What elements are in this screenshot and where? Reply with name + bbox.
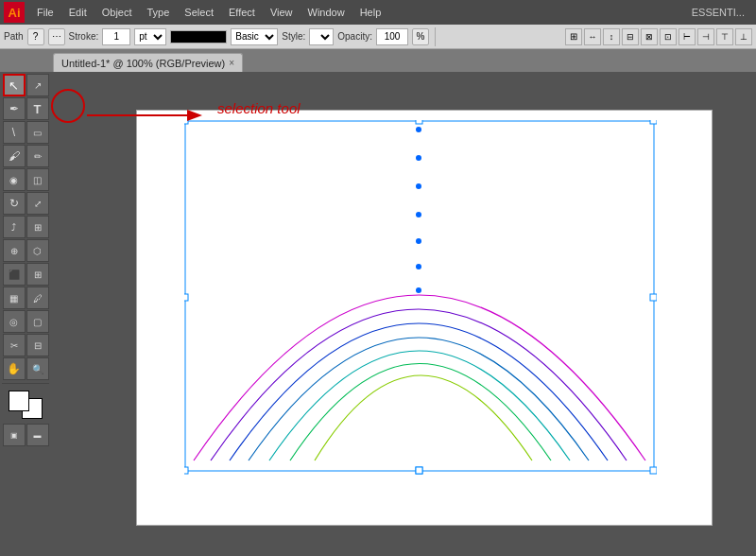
tool-row-6: ↻ ⤢ — [3, 192, 49, 215]
workspace-label: ESSENTI... — [692, 7, 752, 18]
warp-tool-button[interactable]: ⤴ — [3, 216, 26, 238]
distribute-icon-2[interactable]: ⊣ — [697, 28, 714, 45]
transform-icon-1[interactable]: ⊞ — [565, 28, 582, 45]
tool-row-9: ⬛ ⊞ — [3, 263, 49, 286]
menu-bar: Ai File Edit Object Type Select Effect V… — [0, 0, 756, 25]
slice-tool-button[interactable]: ⊟ — [26, 334, 49, 356]
svg-rect-5 — [416, 120, 422, 124]
tool-row-1: ↖ ↗ — [3, 74, 49, 96]
tool-row-fill-stroke: ▣ ▬ — [3, 424, 49, 446]
perspective-tool-button[interactable]: ⬛ — [3, 263, 26, 286]
menu-file[interactable]: File — [30, 5, 60, 20]
tool-row-11: ◎ ▢ — [3, 310, 49, 333]
zoom-tool-button[interactable]: 🔍 — [26, 357, 49, 380]
type-tool-button[interactable]: T — [26, 97, 49, 120]
menu-select[interactable]: Select — [178, 5, 220, 20]
free-transform-tool-button[interactable]: ⊞ — [26, 216, 49, 238]
menu-object[interactable]: Object — [95, 5, 139, 20]
transform-icons: ⊞ ↔ ↕ ⊟ ⊠ ⊡ ⊢ ⊣ ⊤ ⊥ — [565, 28, 752, 45]
separator — [435, 27, 436, 46]
svg-point-15 — [416, 287, 421, 293]
distribute-icon-3[interactable]: ⊤ — [716, 28, 733, 45]
selection-tool-button[interactable]: ↖ — [3, 74, 26, 96]
eyedropper-tool-button[interactable]: 🖊 — [26, 287, 49, 309]
rotate-tool-button[interactable]: ↻ — [3, 192, 26, 215]
line-tool-button[interactable]: \ — [3, 121, 26, 144]
svg-rect-2 — [650, 120, 657, 124]
menu-window[interactable]: Window — [301, 5, 352, 20]
style-select[interactable] — [309, 28, 334, 45]
help-button[interactable]: ? — [27, 28, 44, 45]
annotation-label: selection tool — [217, 100, 301, 116]
eraser-tool-button[interactable]: ◫ — [26, 168, 49, 191]
rect-tool-button[interactable]: ▭ — [26, 121, 49, 144]
svg-rect-4 — [650, 467, 657, 474]
foreground-color-swatch[interactable] — [9, 391, 29, 411]
tab-bar: Untitled-1* @ 100% (RGB/Preview) × — [0, 49, 756, 72]
menu-view[interactable]: View — [264, 5, 300, 20]
stroke-options-button[interactable]: ⋯ — [48, 28, 65, 45]
mesh-tool-button[interactable]: ⊞ — [26, 263, 49, 286]
paintbrush-tool-button[interactable]: 🖌 — [3, 145, 26, 167]
opacity-percent: % — [412, 28, 429, 45]
align-icon-2[interactable]: ⊠ — [641, 28, 658, 45]
menu-effect[interactable]: Effect — [222, 5, 262, 20]
opacity-input[interactable] — [376, 28, 408, 45]
canvas-area[interactable]: selection tool — [51, 72, 756, 556]
tab-close-button[interactable]: × — [229, 58, 234, 68]
align-icon-3[interactable]: ⊡ — [660, 28, 677, 45]
tab-title: Untitled-1* @ 100% (RGB/Preview) — [61, 58, 225, 69]
toolbox: ↖ ↗ ✒ T \ ▭ 🖌 — [0, 72, 51, 556]
svg-rect-0 — [185, 121, 654, 471]
stroke-color-preview[interactable] — [170, 30, 227, 43]
opacity-label: Opacity: — [337, 31, 372, 42]
screen-mode-button[interactable]: ▬ — [26, 424, 49, 446]
scissors-tool-button[interactable]: ✂ — [3, 334, 26, 356]
fill-stroke-mode-button[interactable]: ▣ — [3, 424, 26, 446]
svg-point-12 — [416, 212, 421, 217]
hand-tool-button[interactable]: ✋ — [3, 357, 26, 380]
svg-point-9 — [416, 127, 421, 132]
svg-rect-7 — [184, 294, 188, 301]
artboard-tool-button[interactable]: ▢ — [26, 310, 49, 333]
stroke-value-input[interactable] — [102, 28, 130, 45]
pen-tool-button[interactable]: ✒ — [3, 97, 26, 120]
tool-row-12: ✂ ⊟ — [3, 334, 49, 356]
svg-point-14 — [416, 264, 421, 269]
distribute-icon-4[interactable]: ⊥ — [735, 28, 752, 45]
menu-edit[interactable]: Edit — [62, 5, 94, 20]
scale-tool-button[interactable]: ⤢ — [26, 192, 49, 215]
direct-selection-tool-button[interactable]: ↗ — [26, 74, 49, 96]
blend-tool-button[interactable]: ◎ — [3, 310, 26, 333]
gradient-tool-button[interactable]: ▦ — [3, 287, 26, 309]
transform-icon-3[interactable]: ↕ — [603, 28, 620, 45]
style-label: Style: — [282, 31, 305, 42]
color-boxes — [2, 391, 49, 419]
transform-icon-2[interactable]: ↔ — [584, 28, 601, 45]
control-bar: Path ? ⋯ Stroke: pt Basic Style: Opacity… — [0, 25, 756, 49]
brush-style-select[interactable]: Basic — [231, 28, 278, 45]
pencil-tool-button[interactable]: ✏ — [26, 145, 49, 167]
svg-point-11 — [416, 183, 421, 189]
stroke-unit-select[interactable]: pt — [134, 28, 166, 45]
align-icon-1[interactable]: ⊟ — [622, 28, 639, 45]
live-paint-tool-button[interactable]: ⬡ — [26, 239, 49, 262]
tool-row-3: \ ▭ — [3, 121, 49, 144]
menu-help[interactable]: Help — [353, 5, 388, 20]
artboard — [136, 110, 713, 526]
tool-row-2: ✒ T — [3, 97, 49, 120]
document-tab[interactable]: Untitled-1* @ 100% (RGB/Preview) × — [53, 53, 243, 72]
svg-rect-8 — [650, 294, 657, 301]
blob-brush-tool-button[interactable]: ◉ — [3, 168, 26, 191]
distribute-icon-1[interactable]: ⊢ — [679, 28, 696, 45]
arcs-drawing — [184, 120, 657, 479]
svg-rect-3 — [184, 467, 188, 474]
menu-type[interactable]: Type — [141, 5, 177, 20]
svg-rect-16 — [416, 467, 422, 474]
shape-builder-tool-button[interactable]: ⊕ — [3, 239, 26, 262]
tool-row-10: ▦ 🖊 — [3, 287, 49, 309]
tool-row-13: ✋ 🔍 — [3, 357, 49, 380]
tool-row-8: ⊕ ⬡ — [3, 239, 49, 262]
svg-point-10 — [416, 155, 421, 161]
tool-row-4: 🖌 ✏ — [3, 145, 49, 167]
